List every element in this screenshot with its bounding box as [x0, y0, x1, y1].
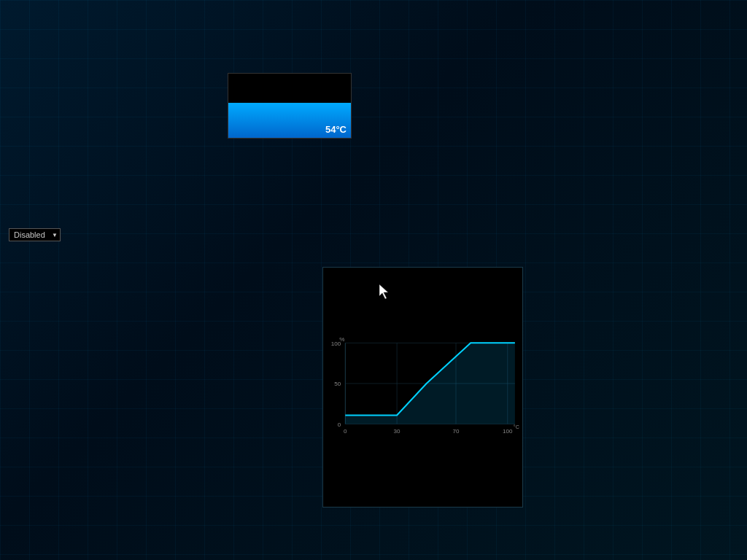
svg-text:0: 0: [338, 421, 341, 428]
svg-text:50: 50: [334, 381, 341, 387]
fan-chart-svg: 100 50 0 % 0 30 70 100 °C: [323, 268, 522, 507]
svg-text:0: 0: [344, 428, 347, 435]
svg-text:100: 100: [503, 428, 513, 435]
chart-area: 100 50 0 % 0 30 70 100 °C: [322, 267, 523, 508]
docp-select-wrapper[interactable]: Disabled Enabled: [9, 228, 61, 241]
cpu-temp-value: 54°C: [325, 124, 347, 135]
cpu-fan-chart: CPU FAN 100 50 0 %: [313, 248, 532, 532]
svg-text:%: %: [339, 336, 344, 343]
docp-select[interactable]: Disabled Enabled: [9, 228, 61, 241]
svg-text:°C: °C: [514, 424, 519, 429]
svg-text:30: 30: [394, 428, 400, 435]
cpu-temp-graph: 54°C: [228, 73, 352, 139]
svg-text:70: 70: [453, 428, 460, 435]
